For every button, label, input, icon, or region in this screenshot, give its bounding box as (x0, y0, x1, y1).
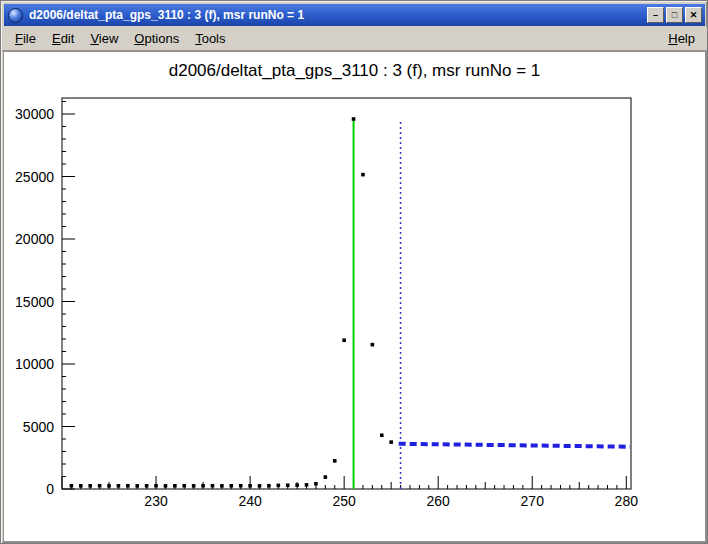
data-point (117, 484, 121, 488)
data-point (164, 484, 168, 488)
data-point (371, 343, 375, 347)
menu-bar: File Edit View Options Tools Help (2, 27, 708, 51)
data-point (389, 440, 393, 444)
data-point (248, 484, 252, 488)
root-canvas-window: d2006/deltat_pta_gps_3110 : 3 (f), msr r… (0, 0, 708, 544)
y-tick-label: 10000 (15, 356, 54, 372)
data-point (267, 484, 271, 488)
background-level-line (399, 444, 630, 447)
y-tick-label: 0 (46, 481, 54, 497)
data-point (239, 484, 243, 488)
menu-options[interactable]: Options (126, 28, 187, 49)
menu-view[interactable]: View (82, 28, 126, 49)
window-title: d2006/deltat_pta_gps_3110 : 3 (f), msr r… (29, 8, 647, 22)
menu-edit[interactable]: Edit (44, 28, 82, 49)
plot-frame (62, 98, 631, 489)
data-point (182, 484, 186, 488)
data-point (88, 484, 92, 488)
data-point (201, 484, 205, 488)
data-point (286, 483, 290, 487)
data-point (380, 433, 384, 437)
data-point (258, 484, 262, 488)
maximize-button[interactable]: □ (666, 7, 683, 23)
plot-area[interactable]: 2302402502602702800500010000150002000025… (4, 52, 705, 541)
data-point (135, 484, 139, 488)
data-point (98, 484, 102, 488)
y-tick-label: 20000 (15, 231, 54, 247)
data-point (305, 483, 309, 487)
x-tick-label: 280 (615, 493, 639, 509)
data-point (333, 459, 337, 463)
data-point (70, 484, 74, 488)
data-point (145, 484, 149, 488)
data-point (211, 484, 215, 488)
y-tick-label: 25000 (15, 169, 54, 185)
menu-tools[interactable]: Tools (187, 28, 233, 49)
data-point (107, 484, 111, 488)
y-tick-label: 30000 (15, 106, 54, 122)
x-tick-label: 240 (238, 493, 262, 509)
data-point (220, 484, 224, 488)
data-point (342, 338, 346, 342)
x-tick-label: 250 (332, 493, 356, 509)
menu-help[interactable]: Help (660, 28, 703, 49)
minimize-button[interactable]: – (647, 7, 664, 23)
data-point (229, 484, 233, 488)
data-point (126, 484, 130, 488)
data-point (352, 117, 356, 121)
data-point (173, 484, 177, 488)
data-point (295, 483, 299, 487)
menu-file[interactable]: File (7, 28, 44, 49)
x-tick-label: 270 (521, 493, 545, 509)
plot-canvas[interactable]: d2006/deltat_pta_gps_3110 : 3 (f), msr r… (4, 52, 705, 541)
data-point (324, 475, 328, 479)
x-tick-label: 230 (144, 493, 168, 509)
data-point (277, 484, 281, 488)
close-button[interactable]: ✕ (685, 7, 702, 23)
y-tick-label: 15000 (15, 294, 54, 310)
data-point (79, 484, 83, 488)
root-app-icon (8, 8, 23, 23)
data-point (314, 482, 318, 486)
data-point (361, 173, 365, 177)
x-tick-label: 260 (427, 493, 451, 509)
data-point (192, 484, 196, 488)
data-point (154, 484, 158, 488)
window-controls: – □ ✕ (647, 7, 702, 23)
titlebar[interactable]: d2006/deltat_pta_gps_3110 : 3 (f), msr r… (4, 4, 705, 26)
y-tick-label: 5000 (23, 419, 54, 435)
